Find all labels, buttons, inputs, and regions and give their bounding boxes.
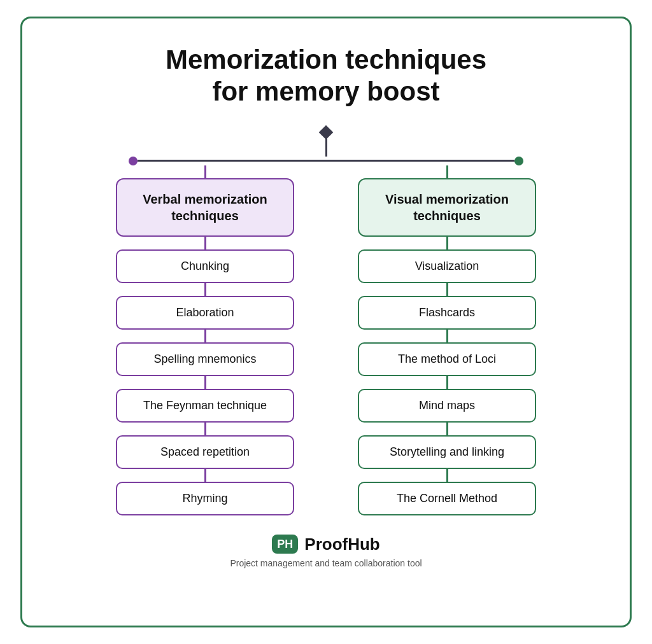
page-title: Memorization techniques for memory boost — [166, 44, 486, 108]
brand-row: PH ProofHub — [272, 535, 379, 554]
dot-green — [514, 157, 523, 165]
columns-container: Verbal memorization techniques Chunking … — [48, 165, 604, 515]
verbal-line-3 — [204, 330, 206, 342]
visual-item-mindmaps: Mind maps — [358, 389, 536, 423]
verbal-column: Verbal memorization techniques Chunking … — [103, 165, 307, 515]
visual-line-1 — [446, 237, 448, 249]
verbal-item-chunking: Chunking — [116, 249, 294, 283]
visual-column: Visual memorization techniques Visualiza… — [345, 165, 549, 515]
top-connector — [321, 127, 331, 157]
brand-tagline: Project management and team collaboratio… — [230, 558, 422, 568]
verbal-item-elaboration: Elaboration — [116, 296, 294, 330]
brand-logo: PH — [272, 535, 298, 554]
vertical-line-top — [325, 137, 327, 157]
visual-item-cornell: The Cornell Method — [358, 482, 536, 515]
visual-line-5 — [446, 423, 448, 435]
verbal-header: Verbal memorization techniques — [116, 178, 294, 237]
connector-row — [129, 157, 523, 165]
visual-line-6 — [446, 469, 448, 482]
verbal-line-1 — [204, 237, 206, 249]
diamond-icon — [319, 125, 334, 139]
verbal-line-4 — [204, 376, 206, 389]
visual-item-visualization: Visualization — [358, 249, 536, 283]
horizontal-line — [138, 160, 514, 162]
main-card: Memorization techniques for memory boost… — [20, 17, 632, 627]
footer: PH ProofHub Project management and team … — [230, 535, 422, 568]
verbal-top-line — [204, 165, 206, 178]
verbal-line-6 — [204, 469, 206, 482]
visual-item-loci: The method of Loci — [358, 342, 536, 376]
visual-header: Visual memorization techniques — [358, 178, 536, 237]
visual-top-line — [446, 165, 448, 178]
verbal-item-spaced: Spaced repetition — [116, 435, 294, 469]
verbal-item-feynman: The Feynman technique — [116, 389, 294, 423]
verbal-line-2 — [204, 283, 206, 296]
visual-item-flashcards: Flashcards — [358, 296, 536, 330]
verbal-item-spelling: Spelling mnemonics — [116, 342, 294, 376]
verbal-item-rhyming: Rhyming — [116, 482, 294, 515]
dot-purple — [129, 157, 138, 165]
visual-line-2 — [446, 283, 448, 296]
visual-line-4 — [446, 376, 448, 389]
verbal-line-5 — [204, 423, 206, 435]
visual-line-3 — [446, 330, 448, 342]
brand-name: ProofHub — [304, 535, 379, 554]
visual-item-storytelling: Storytelling and linking — [358, 435, 536, 469]
